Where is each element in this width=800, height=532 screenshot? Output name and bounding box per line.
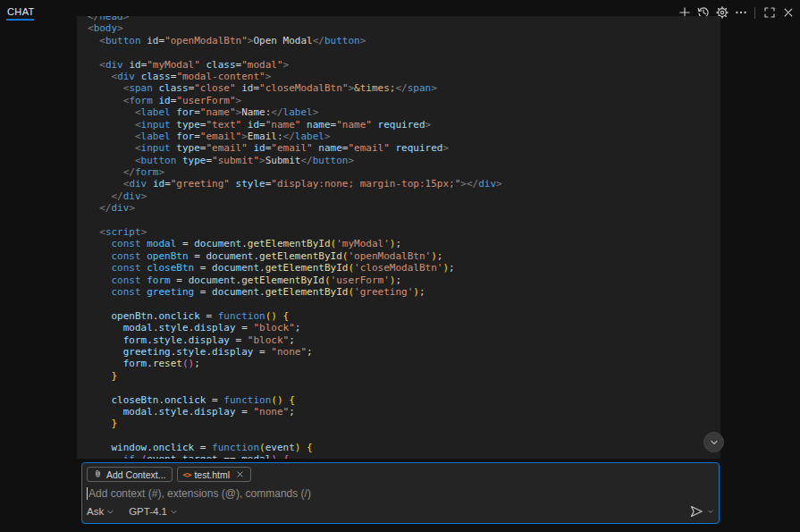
model-picker-label: GPT-4.1 bbox=[129, 506, 167, 517]
scroll-to-bottom-button[interactable] bbox=[703, 432, 724, 452]
more-actions-button[interactable] bbox=[731, 4, 750, 21]
active-tab-indicator bbox=[6, 19, 34, 21]
close-icon bbox=[235, 469, 245, 479]
input-placeholder: Add context (#), extensions (@), command… bbox=[88, 487, 311, 500]
close-panel-button[interactable] bbox=[779, 4, 797, 21]
chevron-down-icon bbox=[106, 508, 114, 516]
add-context-label: Add Context... bbox=[106, 469, 166, 480]
tab-chat[interactable]: CHAT bbox=[7, 6, 35, 17]
attached-file-chip[interactable]: <> test.html bbox=[177, 467, 252, 482]
text-caret bbox=[87, 487, 88, 500]
screen-full-icon bbox=[762, 5, 777, 20]
chevron-down-icon bbox=[708, 436, 720, 449]
code-icon: <> bbox=[183, 470, 191, 479]
titlebar-separator bbox=[754, 7, 755, 19]
mode-picker-label: Ask bbox=[87, 506, 104, 517]
model-picker[interactable]: GPT-4.1 bbox=[129, 506, 178, 517]
send-button[interactable] bbox=[689, 504, 703, 519]
paperclip-icon bbox=[93, 469, 103, 480]
code-lines: </head><body> <button id="openModalBtn">… bbox=[77, 16, 720, 459]
send-area bbox=[689, 504, 714, 519]
chat-input-container[interactable]: Add Context... <> test.html Add context … bbox=[81, 462, 720, 524]
ellipsis-icon bbox=[734, 5, 748, 20]
chat-response-code-block: </head><body> <button id="openModalBtn">… bbox=[77, 16, 720, 459]
send-options-button[interactable] bbox=[707, 508, 714, 515]
send-icon bbox=[689, 504, 703, 519]
context-chips-row: Add Context... <> test.html bbox=[87, 467, 714, 482]
message-input[interactable]: Add context (#), extensions (@), command… bbox=[87, 487, 714, 500]
maximize-panel-button[interactable] bbox=[760, 4, 779, 21]
input-controls-row: Ask GPT-4.1 bbox=[87, 504, 714, 519]
remove-file-button[interactable] bbox=[235, 469, 245, 479]
mode-picker[interactable]: Ask bbox=[87, 506, 114, 517]
chevron-down-icon bbox=[707, 508, 714, 515]
add-context-button[interactable]: Add Context... bbox=[87, 467, 173, 482]
chevron-down-icon bbox=[170, 508, 178, 516]
attached-file-label: test.html bbox=[194, 469, 230, 480]
close-icon bbox=[781, 5, 796, 20]
